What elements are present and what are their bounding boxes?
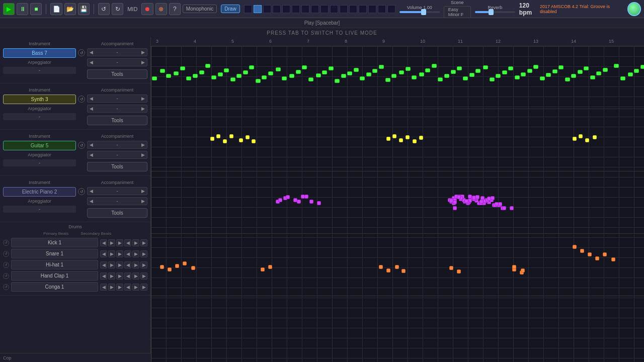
note-green-74[interactable] [628,72,633,76]
note-green-48[interactable] [457,66,462,70]
note-green-50[interactable] [469,73,474,77]
note-green-34[interactable] [366,72,371,76]
note-orange-16[interactable] [512,265,516,269]
sync-icon-3[interactable]: ↺ [78,142,85,149]
note-p2-4[interactable] [475,195,479,199]
record-button[interactable]: ⏺ [141,3,153,15]
new-button[interactable]: 📄 [50,3,62,15]
acc-left-2b[interactable]: ◀ [90,106,93,111]
acc-right-2a[interactable]: ▶ [141,96,145,101]
acc-right-2b[interactable]: ▶ [141,106,145,111]
drum-next-snare[interactable]: ▶ [116,250,123,257]
note-green-19[interactable] [268,71,273,75]
acc-left-2a[interactable]: ◀ [90,96,93,101]
note-pl-4[interactable] [301,195,305,199]
drum-sec-next-kick[interactable]: ▶ [140,239,147,246]
note-green-55[interactable] [502,70,507,74]
grid-area[interactable]: 3 4 5 6 7 8 9 10 11 12 13 14 15 [151,37,644,362]
acc-right-1a[interactable]: ▶ [141,50,145,55]
note-green-72[interactable] [614,64,619,68]
note-green-43[interactable] [425,68,430,72]
note-green-28[interactable] [329,66,334,70]
note-green-60[interactable] [533,65,538,69]
note-green-20[interactable] [276,67,281,71]
drum-sec-next-snare[interactable]: ▶ [140,250,147,257]
note-green-16[interactable] [249,65,254,69]
drum-sec-next-conga[interactable]: ▶ [140,284,147,291]
note-green-76[interactable] [640,65,644,69]
drum-sync-conga[interactable]: ↺ [3,284,9,290]
note-green-33[interactable] [360,76,365,80]
note-green-35[interactable] [372,69,377,73]
note-green-24[interactable] [302,65,307,69]
acc-right-3a[interactable]: ▶ [141,142,145,147]
drum-hihat-btn[interactable]: Hi-hat 1 [11,260,98,269]
note-green-25[interactable] [308,77,313,81]
drum-sec-play-kick[interactable]: ▶ [132,239,139,246]
note-orange-12[interactable] [449,266,453,270]
note-yellow-10[interactable] [399,138,403,142]
note-green-17[interactable] [256,79,261,83]
open-button[interactable]: 📂 [64,3,76,15]
note-green-36[interactable] [379,65,384,69]
note-orange-5[interactable] [191,266,195,270]
drum-sec-prev-handclap[interactable]: ◀ [124,273,131,280]
note-yellow-7[interactable] [252,139,256,143]
note-green-32[interactable] [354,68,359,72]
note-green-71[interactable] [603,68,608,72]
note-yellow-9[interactable] [392,134,396,138]
mode-sq-8[interactable] [311,5,319,13]
note-orange-9[interactable] [386,268,390,273]
note-green-73[interactable] [620,76,625,80]
note-pR5[interactable] [479,200,484,204]
note-yellow-15[interactable] [579,134,583,138]
note-green-38[interactable] [391,74,396,78]
avatar[interactable] [627,2,641,16]
note-green-64[interactable] [558,65,564,69]
note-green-58[interactable] [521,72,526,76]
drum-next-conga[interactable]: ▶ [116,284,123,291]
stop2-button[interactable]: ⊗ [155,3,167,15]
mode-sq-16[interactable] [387,5,395,13]
drum-prev-hihat[interactable]: ◀ [100,261,107,268]
acc-left-1b[interactable]: ◀ [90,60,93,65]
sync-icon-2[interactable]: ↺ [78,96,85,103]
note-orange-23[interactable] [611,257,615,261]
note-green-10[interactable] [211,75,216,79]
note-green-41[interactable] [412,75,417,79]
drum-play-conga[interactable]: ▶ [108,284,115,291]
note-orange-18[interactable] [573,245,577,249]
note-green-5[interactable] [180,66,185,70]
note-green-66[interactable] [571,74,576,78]
note-pl-2[interactable] [286,195,290,199]
drum-play-kick[interactable]: ▶ [108,239,115,246]
note-p5-1[interactable] [453,200,457,204]
note-green-42[interactable] [419,72,424,76]
note-pR4[interactable] [472,196,476,200]
drum-sync-kick[interactable]: ↺ [3,240,9,246]
acc-left-3a[interactable]: ◀ [90,142,93,147]
mode-sq-11[interactable] [340,5,348,13]
mode-sq-4[interactable] [273,5,281,13]
note-yellow-11[interactable] [406,135,410,139]
mode-sq-7[interactable] [301,5,309,13]
note-green-61[interactable] [540,76,545,80]
volume-slider[interactable] [399,11,440,13]
drum-kick-btn[interactable]: Kick 1 [11,238,98,247]
drum-sync-snare[interactable]: ↺ [3,251,9,257]
note-green-18[interactable] [262,75,267,79]
note-yellow-16[interactable] [585,138,589,142]
note-orange-6[interactable] [261,267,265,272]
note-purple-3[interactable] [297,200,301,204]
stop-button[interactable]: ■ [30,3,42,15]
note-green-51[interactable] [475,69,480,73]
acc-right-3b[interactable]: ▶ [141,152,145,157]
note-green-44[interactable] [432,64,437,68]
note-green-4[interactable] [174,71,179,75]
note-p2-7[interactable] [498,202,502,206]
acc-left-4a[interactable]: ◀ [90,189,93,194]
note-green-6[interactable] [186,76,191,80]
draw-button[interactable]: Draw [221,5,239,13]
reverb-slider[interactable] [475,11,515,13]
drum-play-snare[interactable]: ▶ [108,250,115,257]
